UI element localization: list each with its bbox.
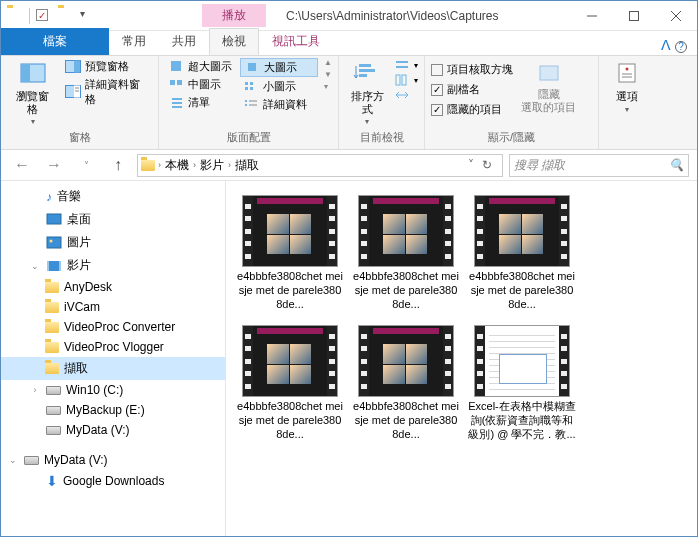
svg-rect-13 bbox=[170, 80, 175, 85]
details-pane-button[interactable]: 詳細資料窗格 bbox=[62, 76, 152, 108]
address-bar[interactable]: › 本機 › 影片 › 擷取 ˅↻ bbox=[137, 154, 503, 177]
file-item[interactable]: e4bbbfe3808chet meisje met de parele3808… bbox=[468, 195, 576, 311]
checkbox-icon[interactable]: ✓ bbox=[36, 8, 52, 24]
nav-videoproc-vlogger[interactable]: VideoProc Vlogger bbox=[1, 337, 225, 357]
svg-rect-28 bbox=[359, 69, 375, 72]
nav-pictures[interactable]: 圖片 bbox=[1, 231, 225, 254]
tab-video-tools[interactable]: 視訊工具 bbox=[259, 28, 333, 55]
file-name: e4bbbfe3808chet meisje met de parele3808… bbox=[236, 400, 344, 441]
svg-rect-39 bbox=[47, 214, 61, 224]
svg-rect-44 bbox=[59, 261, 61, 271]
folder-icon bbox=[7, 8, 23, 24]
nav-anydesk[interactable]: AnyDesk bbox=[1, 277, 225, 297]
file-item[interactable]: Excel-在表格中模糊查詢(依薪資查詢職等和級別) @ 學不完．教... bbox=[468, 325, 576, 441]
qat-dropdown-icon[interactable]: ▾ bbox=[80, 8, 96, 24]
svg-rect-25 bbox=[245, 104, 247, 106]
hide-selected-button[interactable]: 隱藏 選取的項目 bbox=[517, 58, 580, 115]
options-button[interactable]: 選項 ▾ bbox=[605, 58, 649, 116]
nav-recent-dropdown[interactable]: ˅ bbox=[73, 153, 99, 177]
nav-mybackup[interactable]: MyBackup (E:) bbox=[1, 400, 225, 420]
nav-win10[interactable]: ›Win10 (C:) bbox=[1, 380, 225, 400]
svg-rect-43 bbox=[47, 261, 49, 271]
window-title-path: C:\Users\Administrator\Videos\Captures bbox=[266, 9, 571, 23]
svg-rect-42 bbox=[47, 261, 61, 271]
nav-music[interactable]: ♪音樂 bbox=[1, 185, 225, 208]
addr-dropdown-icon[interactable]: ˅ bbox=[464, 158, 478, 172]
size-columns-button[interactable] bbox=[393, 88, 419, 102]
maximize-button[interactable] bbox=[613, 2, 655, 30]
file-item[interactable]: e4bbbfe3808chet meisje met de parele3808… bbox=[352, 195, 460, 311]
context-tab-label: 播放 bbox=[202, 4, 266, 27]
layout-s-icons[interactable]: 小圖示 bbox=[240, 78, 318, 95]
layout-scroll-up[interactable]: ▲ bbox=[324, 58, 332, 67]
refresh-icon[interactable]: ↻ bbox=[478, 158, 496, 172]
files-pane[interactable]: e4bbbfe3808chet meisje met de parele3808… bbox=[226, 181, 697, 536]
layout-m-icons[interactable]: 中圖示 bbox=[165, 76, 236, 93]
nav-captures[interactable]: 擷取 bbox=[1, 357, 225, 380]
file-extensions-toggle[interactable]: ✓副檔名 bbox=[431, 82, 513, 97]
nav-forward-button[interactable]: → bbox=[41, 153, 67, 177]
layout-details[interactable]: 詳細資料 bbox=[240, 96, 318, 113]
nav-videos[interactable]: ⌄影片 bbox=[1, 254, 225, 277]
svg-rect-27 bbox=[359, 64, 371, 67]
nav-mydata2[interactable]: ⌄MyData (V:) bbox=[1, 450, 225, 470]
svg-rect-14 bbox=[177, 80, 182, 85]
svg-point-41 bbox=[50, 239, 53, 242]
file-item[interactable]: e4bbbfe3808chet meisje met de parele3808… bbox=[352, 325, 460, 441]
svg-rect-20 bbox=[250, 82, 253, 85]
file-item[interactable]: e4bbbfe3808chet meisje met de parele3808… bbox=[236, 195, 344, 311]
layout-l-icons[interactable]: 大圖示 bbox=[240, 58, 318, 77]
tab-view[interactable]: 檢視 bbox=[209, 28, 259, 55]
nav-desktop[interactable]: 桌面 bbox=[1, 208, 225, 231]
navigation-pane-button[interactable]: 瀏覽窗格 ▾ bbox=[7, 58, 58, 128]
layout-more[interactable]: ▾ bbox=[324, 82, 332, 91]
svg-rect-5 bbox=[21, 64, 30, 82]
svg-rect-22 bbox=[250, 87, 253, 90]
sort-by-button[interactable]: 排序方式 ▾ bbox=[345, 58, 389, 128]
preview-pane-button[interactable]: 預覽窗格 bbox=[62, 58, 152, 75]
layout-list[interactable]: 清單 bbox=[165, 94, 236, 111]
close-button[interactable] bbox=[655, 2, 697, 30]
tab-file[interactable]: 檔案 bbox=[1, 28, 109, 55]
ribbon-collapse-icon[interactable]: ᐱ ? bbox=[651, 35, 697, 55]
file-name: e4bbbfe3808chet meisje met de parele3808… bbox=[352, 270, 460, 311]
svg-rect-19 bbox=[245, 82, 248, 85]
svg-point-36 bbox=[626, 68, 629, 71]
nav-ivcam[interactable]: iVCam bbox=[1, 297, 225, 317]
file-thumbnail bbox=[474, 195, 570, 267]
hidden-items-toggle[interactable]: ✓隱藏的項目 bbox=[431, 102, 513, 117]
svg-rect-29 bbox=[359, 74, 367, 77]
group-by-button[interactable]: ▾ bbox=[393, 58, 419, 72]
nav-up-button[interactable]: ↑ bbox=[105, 153, 131, 177]
minimize-button[interactable] bbox=[571, 2, 613, 30]
svg-rect-21 bbox=[245, 87, 248, 90]
nav-tree[interactable]: ♪音樂 桌面 圖片 ⌄影片 AnyDesk iVCam VideoProc Co… bbox=[1, 181, 226, 536]
nav-google-downloads[interactable]: ⬇Google Downloads bbox=[1, 470, 225, 492]
nav-videoproc-converter[interactable]: VideoProc Converter bbox=[1, 317, 225, 337]
file-name: Excel-在表格中模糊查詢(依薪資查詢職等和級別) @ 學不完．教... bbox=[468, 400, 576, 441]
file-name: e4bbbfe3808chet meisje met de parele3808… bbox=[352, 400, 460, 441]
file-name: e4bbbfe3808chet meisje met de parele3808… bbox=[236, 270, 344, 311]
svg-rect-33 bbox=[402, 75, 406, 85]
search-icon[interactable]: 🔍 bbox=[669, 158, 684, 172]
add-columns-button[interactable]: ▾ bbox=[393, 73, 419, 87]
folder-small-icon[interactable] bbox=[58, 8, 74, 24]
layout-scroll-down[interactable]: ▼ bbox=[324, 70, 332, 79]
tab-share[interactable]: 共用 bbox=[159, 28, 209, 55]
file-thumbnail bbox=[474, 325, 570, 397]
nav-back-button[interactable]: ← bbox=[9, 153, 35, 177]
tab-home[interactable]: 常用 bbox=[109, 28, 159, 55]
file-item[interactable]: e4bbbfe3808chet meisje met de parele3808… bbox=[236, 325, 344, 441]
file-thumbnail bbox=[242, 195, 338, 267]
file-thumbnail bbox=[358, 195, 454, 267]
item-checkboxes-toggle[interactable]: 項目核取方塊 bbox=[431, 62, 513, 77]
layout-xl-icons[interactable]: 超大圖示 bbox=[165, 58, 236, 75]
search-box[interactable]: 搜尋 擷取🔍 bbox=[509, 154, 689, 177]
svg-rect-40 bbox=[47, 237, 61, 248]
svg-rect-23 bbox=[245, 100, 247, 102]
nav-mydata[interactable]: MyData (V:) bbox=[1, 420, 225, 440]
svg-rect-32 bbox=[396, 75, 400, 85]
svg-rect-1 bbox=[630, 11, 639, 20]
svg-rect-18 bbox=[248, 63, 256, 71]
svg-rect-7 bbox=[74, 60, 80, 72]
